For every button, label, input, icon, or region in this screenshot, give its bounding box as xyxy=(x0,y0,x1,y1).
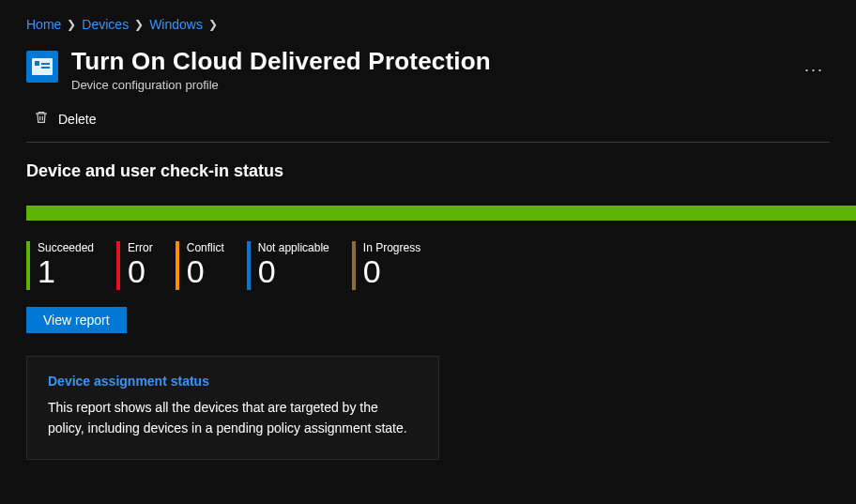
breadcrumb: Home ❯ Devices ❯ Windows ❯ xyxy=(26,17,830,32)
stat-not-applicable: Not applicable0 xyxy=(247,241,329,290)
stats-row: Succeeded1Error0Conflict0Not applicable0… xyxy=(26,241,830,290)
stat-color-bar xyxy=(247,241,251,290)
trash-icon[interactable] xyxy=(34,109,49,129)
stat-label: Not applicable xyxy=(258,241,329,254)
stat-value: 0 xyxy=(363,254,420,289)
stat-label: Succeeded xyxy=(38,241,94,254)
stat-error: Error0 xyxy=(116,241,153,290)
stat-color-bar xyxy=(26,241,30,290)
stat-color-bar xyxy=(352,241,356,290)
stat-value: 0 xyxy=(187,254,224,289)
delete-button[interactable]: Delete xyxy=(58,112,96,127)
stat-label: In Progress xyxy=(363,241,420,254)
stat-value: 0 xyxy=(258,254,329,289)
toolbar: Delete xyxy=(34,109,830,129)
stat-conflict: Conflict0 xyxy=(176,241,224,290)
breadcrumb-windows[interactable]: Windows xyxy=(149,17,203,32)
view-report-button[interactable]: View report xyxy=(26,307,127,333)
page-title: Turn On Cloud Delivered Protection xyxy=(71,47,786,76)
breadcrumb-devices[interactable]: Devices xyxy=(82,17,129,32)
stat-succeeded: Succeeded1 xyxy=(26,241,94,290)
status-progress-bar xyxy=(26,206,856,221)
breadcrumb-home[interactable]: Home xyxy=(26,17,61,32)
page-subtitle: Device configuration profile xyxy=(71,78,786,92)
stat-label: Error xyxy=(128,241,153,254)
section-title: Device and user check-in status xyxy=(26,161,830,181)
chevron-right-icon: ❯ xyxy=(134,18,144,31)
stat-label: Conflict xyxy=(187,241,224,254)
stat-color-bar xyxy=(116,241,120,290)
stat-in-progress: In Progress0 xyxy=(352,241,420,290)
card-title: Device assignment status xyxy=(48,374,418,389)
stat-value: 1 xyxy=(38,254,94,289)
chevron-right-icon: ❯ xyxy=(67,18,76,31)
profile-icon xyxy=(26,51,58,83)
device-assignment-card[interactable]: Device assignment status This report sho… xyxy=(26,356,439,460)
more-button[interactable]: ··· xyxy=(799,56,830,84)
stat-value: 0 xyxy=(128,254,153,289)
stat-color-bar xyxy=(176,241,179,290)
divider xyxy=(26,142,830,143)
card-body: This report shows all the devices that a… xyxy=(48,398,418,438)
chevron-right-icon: ❯ xyxy=(208,18,218,31)
page-header: Turn On Cloud Delivered Protection Devic… xyxy=(26,47,830,92)
